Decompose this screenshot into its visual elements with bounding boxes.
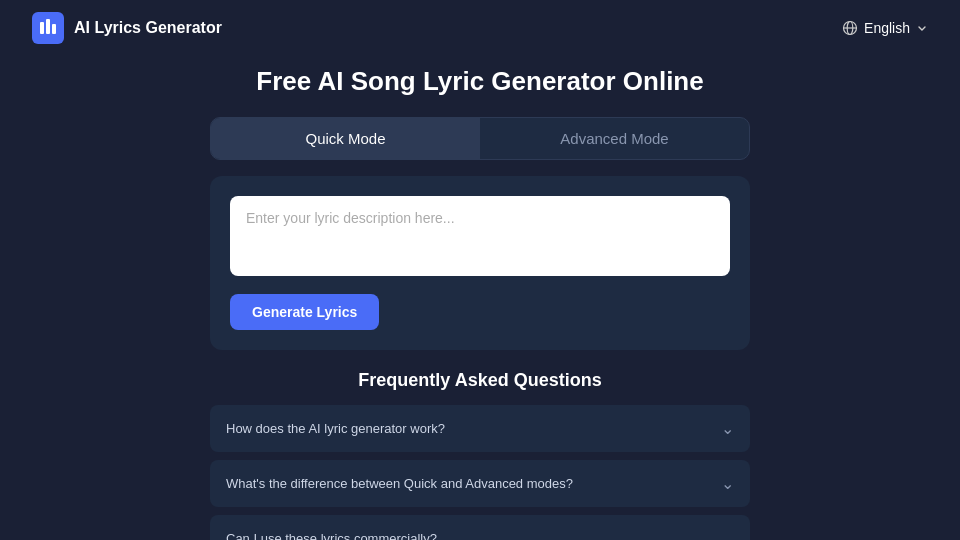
main-content: Free AI Song Lyric Generator Online Quic… <box>0 66 960 540</box>
chevron-down-icon-3: ⌄ <box>721 529 734 540</box>
chevron-down-icon <box>916 22 928 34</box>
logo-text: AI Lyrics Generator <box>74 19 222 37</box>
faq-item-2[interactable]: What's the difference between Quick and … <box>210 460 750 507</box>
faq-question-3: Can I use these lyrics commercially? <box>226 531 437 540</box>
svg-rect-3 <box>52 24 56 34</box>
language-label: English <box>864 20 910 36</box>
mode-tabs: Quick Mode Advanced Mode <box>210 117 750 160</box>
tab-advanced-mode[interactable]: Advanced Mode <box>480 118 749 159</box>
language-selector[interactable]: English <box>842 20 928 36</box>
svg-rect-1 <box>40 22 44 34</box>
faq-title: Frequently Asked Questions <box>210 370 750 391</box>
faq-question-2: What's the difference between Quick and … <box>226 476 573 491</box>
chevron-down-icon-2: ⌄ <box>721 474 734 493</box>
header: AI Lyrics Generator English <box>0 0 960 56</box>
chevron-down-icon-1: ⌄ <box>721 419 734 438</box>
faq-section: Frequently Asked Questions How does the … <box>210 370 750 540</box>
faq-item-3[interactable]: Can I use these lyrics commercially? ⌄ <box>210 515 750 540</box>
logo-icon <box>32 12 64 44</box>
faq-question-1: How does the AI lyric generator work? <box>226 421 445 436</box>
generate-lyrics-button[interactable]: Generate Lyrics <box>230 294 379 330</box>
logo-area: AI Lyrics Generator <box>32 12 222 44</box>
lyric-description-input[interactable] <box>230 196 730 276</box>
generator-card: Generate Lyrics <box>210 176 750 350</box>
globe-icon <box>842 20 858 36</box>
tab-quick-mode[interactable]: Quick Mode <box>211 118 480 159</box>
page-title: Free AI Song Lyric Generator Online <box>32 66 928 97</box>
svg-rect-2 <box>46 19 50 34</box>
faq-item-1[interactable]: How does the AI lyric generator work? ⌄ <box>210 405 750 452</box>
